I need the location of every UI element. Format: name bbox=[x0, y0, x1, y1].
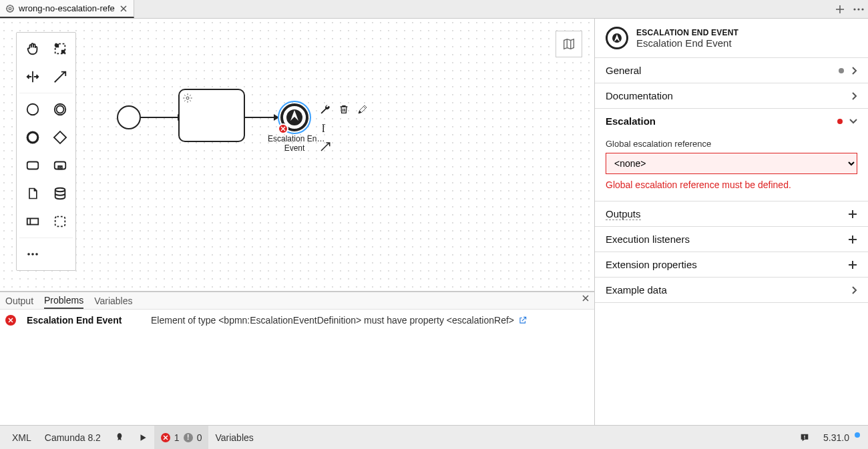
engine-version[interactable]: Camunda 8.2 bbox=[38, 426, 107, 449]
create-subprocess[interactable] bbox=[47, 152, 73, 179]
field-label: Global escalation reference bbox=[606, 139, 857, 149]
bpmn-file-icon bbox=[5, 4, 15, 13]
deploy-button[interactable] bbox=[107, 426, 132, 449]
section-label: Escalation bbox=[606, 115, 656, 127]
escalation-end-event[interactable]: Escalation En… Event bbox=[280, 103, 308, 131]
section-extension-properties[interactable]: Extension properties bbox=[595, 252, 868, 277]
new-tab-button[interactable] bbox=[831, 0, 849, 18]
escalation-end-event-icon bbox=[606, 27, 628, 49]
global-connect-tool[interactable] bbox=[47, 63, 73, 90]
status-bar: XML Camunda 8.2 1 ! 0 Variables 5.31.0 bbox=[0, 425, 868, 449]
create-pool[interactable] bbox=[19, 208, 45, 235]
section-documentation[interactable]: Documentation bbox=[595, 83, 868, 108]
plus-icon[interactable] bbox=[848, 209, 857, 219]
plus-icon[interactable] bbox=[848, 235, 857, 244]
svg-point-6 bbox=[27, 104, 38, 115]
context-pad bbox=[317, 101, 371, 155]
service-task[interactable] bbox=[178, 89, 245, 142]
wrench-icon[interactable] bbox=[317, 101, 333, 117]
svg-point-2 bbox=[853, 8, 855, 10]
field-error-message: Global escalation reference must be defi… bbox=[606, 179, 857, 190]
section-label: Execution listeners bbox=[606, 234, 690, 245]
external-link-icon[interactable] bbox=[518, 316, 527, 325]
problems-status[interactable]: 1 ! 0 bbox=[154, 426, 209, 449]
space-tool[interactable] bbox=[19, 63, 45, 90]
close-tab-button[interactable] bbox=[119, 4, 128, 13]
more-menu-button[interactable] bbox=[849, 0, 868, 18]
element-label[interactable]: Escalation En… Event bbox=[268, 134, 321, 153]
create-start-event[interactable] bbox=[19, 96, 45, 123]
svg-point-18 bbox=[31, 253, 34, 256]
create-intermediate-event[interactable] bbox=[47, 96, 73, 123]
svg-rect-11 bbox=[27, 162, 38, 169]
section-label: Extension properties bbox=[606, 259, 697, 270]
version-label[interactable]: 5.31.0 bbox=[817, 426, 863, 449]
warning-count: 0 bbox=[197, 432, 202, 443]
color-icon[interactable] bbox=[355, 101, 371, 117]
connect-icon[interactable] bbox=[317, 139, 333, 155]
escalation-reference-select[interactable]: <none> bbox=[606, 153, 857, 174]
chevron-right-icon bbox=[851, 286, 857, 294]
diagram-canvas[interactable]: Escalation En… Event bbox=[0, 19, 594, 292]
validation-error-badge[interactable] bbox=[278, 123, 288, 134]
minimap-toggle[interactable] bbox=[556, 31, 582, 57]
annotation-icon[interactable] bbox=[317, 120, 333, 136]
error-count: 1 bbox=[174, 432, 180, 443]
xml-view-button[interactable]: XML bbox=[5, 426, 38, 449]
section-label: Outputs bbox=[606, 208, 641, 220]
error-indicator-icon bbox=[837, 119, 843, 124]
chevron-right-icon bbox=[851, 67, 857, 75]
hand-tool[interactable] bbox=[19, 35, 45, 62]
sequence-flow[interactable] bbox=[245, 117, 278, 118]
svg-point-4 bbox=[861, 8, 863, 10]
properties-header: ESCALATION END EVENT Escalation End Even… bbox=[595, 19, 868, 57]
error-icon bbox=[161, 433, 170, 442]
plus-icon[interactable] bbox=[848, 260, 857, 270]
tab-output[interactable]: Output bbox=[5, 292, 33, 309]
create-end-event[interactable] bbox=[19, 124, 45, 151]
start-instance-button[interactable] bbox=[132, 426, 154, 449]
properties-panel: ESCALATION END EVENT Escalation End Even… bbox=[594, 19, 868, 425]
svg-point-19 bbox=[35, 253, 38, 256]
create-task[interactable] bbox=[19, 152, 45, 179]
section-label: General bbox=[606, 65, 641, 76]
feedback-button[interactable] bbox=[793, 426, 817, 449]
update-available-icon bbox=[855, 432, 860, 438]
svg-point-9 bbox=[27, 132, 38, 143]
section-label: Example data bbox=[606, 284, 667, 296]
problem-message: Element of type <bpmn:EscalationEventDef… bbox=[151, 315, 514, 326]
palette-more[interactable] bbox=[19, 241, 45, 268]
svg-point-17 bbox=[27, 253, 30, 256]
svg-rect-21 bbox=[804, 435, 805, 437]
problem-element: Escalation End Event bbox=[27, 315, 140, 326]
variables-button[interactable]: Variables bbox=[208, 426, 260, 449]
create-data-object[interactable] bbox=[19, 180, 45, 207]
tab-variables[interactable]: Variables bbox=[94, 292, 132, 309]
svg-point-14 bbox=[55, 188, 65, 192]
svg-rect-22 bbox=[804, 438, 805, 438]
tab-problems[interactable]: Problems bbox=[44, 292, 83, 309]
editor-tab[interactable]: wrong-no-escalation-refe bbox=[0, 0, 134, 18]
section-outputs[interactable]: Outputs bbox=[595, 201, 868, 226]
section-example-data[interactable]: Example data bbox=[595, 277, 868, 303]
problem-row[interactable]: Escalation End Event Element of type <bp… bbox=[5, 314, 589, 327]
tool-palette bbox=[16, 32, 76, 271]
section-escalation[interactable]: Escalation bbox=[595, 108, 868, 133]
section-general[interactable]: General bbox=[595, 57, 868, 83]
create-data-store[interactable] bbox=[47, 180, 73, 207]
lasso-tool[interactable] bbox=[47, 35, 73, 62]
chevron-right-icon bbox=[851, 92, 857, 100]
svg-rect-10 bbox=[53, 131, 65, 143]
sequence-flow[interactable] bbox=[141, 117, 182, 118]
warning-icon: ! bbox=[184, 433, 193, 442]
svg-rect-15 bbox=[27, 218, 38, 224]
escalation-icon bbox=[290, 110, 299, 121]
trash-icon[interactable] bbox=[336, 101, 352, 117]
start-event[interactable] bbox=[117, 105, 141, 129]
escalation-body: Global escalation reference <none> Globa… bbox=[595, 133, 868, 201]
section-label: Documentation bbox=[606, 90, 673, 101]
close-panel-button[interactable] bbox=[582, 295, 589, 302]
create-group[interactable] bbox=[47, 208, 73, 235]
create-gateway[interactable] bbox=[47, 124, 73, 151]
section-execution-listeners[interactable]: Execution listeners bbox=[595, 226, 868, 252]
